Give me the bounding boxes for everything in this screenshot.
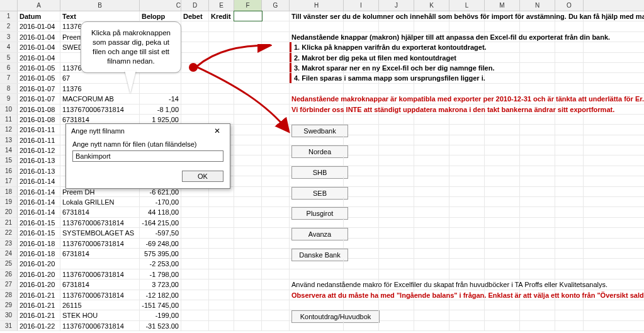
cell-I13[interactable] — [344, 135, 379, 145]
col-header-N[interactable]: N — [520, 0, 555, 11]
cell-E20[interactable] — [209, 207, 234, 217]
cell-N8[interactable] — [520, 84, 555, 93]
cell-I21[interactable] — [344, 218, 379, 227]
cell-I31[interactable] — [344, 321, 379, 330]
cell-F19[interactable] — [234, 197, 262, 206]
dialog-ok-button[interactable]: OK — [182, 171, 223, 182]
cell-F17[interactable] — [234, 176, 262, 186]
row-header-13[interactable]: 13 — [0, 135, 18, 145]
cell-D19[interactable] — [181, 197, 209, 206]
cell-A29[interactable]: 2016-01-21 — [18, 300, 60, 310]
cell-J24[interactable] — [379, 249, 414, 258]
cell-I8[interactable] — [344, 84, 379, 93]
cell-L13[interactable] — [449, 135, 485, 145]
row-header-6[interactable]: 6 — [0, 63, 18, 72]
cell-M18[interactable] — [485, 187, 520, 196]
cell-N24[interactable] — [520, 249, 555, 258]
cell-A19[interactable]: 2016-01-14 — [18, 197, 60, 206]
cell-A15[interactable]: 2016-01-13 — [18, 155, 60, 165]
cell-F29[interactable] — [234, 300, 262, 310]
cell-H20[interactable]: Plusgirot — [290, 207, 344, 217]
cell-M24[interactable] — [485, 249, 520, 258]
cell-B28[interactable]: 1137670006731814 — [60, 290, 140, 300]
cell-H14[interactable]: Nordea — [290, 145, 344, 155]
row-header-7[interactable]: 7 — [0, 73, 18, 82]
cell-A24[interactable]: 2016-01-18 — [18, 249, 60, 258]
cell-B1[interactable]: Text — [60, 11, 140, 21]
cell-D30[interactable] — [181, 310, 209, 320]
cell-N13[interactable] — [520, 135, 555, 145]
cell-M2[interactable] — [485, 21, 520, 31]
cell-K15[interactable] — [414, 155, 449, 165]
cell-L2[interactable] — [449, 21, 485, 31]
cell-K29[interactable] — [414, 300, 449, 310]
cell-B10[interactable]: 1137670006731814 — [60, 104, 140, 114]
cell-H25[interactable] — [290, 259, 344, 268]
cell-I2[interactable] — [344, 21, 379, 31]
cell-B27[interactable]: 6731814 — [60, 279, 140, 289]
cell-A31[interactable]: 2016-01-22 — [18, 321, 60, 330]
cell-D20[interactable] — [181, 207, 209, 217]
cell-F22[interactable] — [234, 228, 262, 237]
col-header-I[interactable]: I — [344, 0, 379, 11]
cell-I26[interactable] — [344, 269, 379, 279]
row-header-4[interactable]: 4 — [0, 42, 18, 52]
cell-N16[interactable] — [520, 166, 555, 176]
cell-J25[interactable] — [379, 259, 414, 268]
cell-J21[interactable] — [379, 218, 414, 227]
cell-L30[interactable] — [449, 310, 485, 320]
cell-O30[interactable] — [555, 310, 584, 320]
cell-A1[interactable]: Datum — [18, 11, 60, 21]
cell-E28[interactable] — [209, 290, 234, 300]
cell-H13[interactable] — [290, 135, 344, 145]
row-header-28[interactable]: 28 — [0, 290, 18, 300]
cell-C20[interactable]: 44 118,00 — [140, 207, 181, 217]
row-header-25[interactable]: 25 — [0, 259, 18, 268]
cell-D25[interactable] — [181, 259, 209, 268]
cell-L19[interactable] — [449, 197, 485, 206]
cell-N6[interactable] — [520, 63, 555, 72]
cell-O11[interactable] — [555, 115, 584, 124]
cell-E27[interactable] — [209, 279, 234, 289]
cell-M29[interactable] — [485, 300, 520, 310]
cell-M20[interactable] — [485, 207, 520, 217]
cell-G2[interactable] — [262, 21, 290, 31]
cell-B30[interactable]: STEK HOU — [60, 310, 140, 320]
cell-M31[interactable] — [485, 321, 520, 330]
dialog-close-button[interactable]: ✕ — [210, 127, 225, 135]
cell-K18[interactable] — [414, 187, 449, 196]
cell-N4[interactable] — [520, 42, 555, 52]
cell-H10[interactable]: Vi förbinder oss INTE att ständigt uppda… — [290, 104, 344, 114]
cell-H26[interactable] — [290, 269, 344, 279]
cell-H2[interactable] — [290, 21, 344, 31]
cell-O18[interactable] — [555, 187, 584, 196]
cell-J12[interactable] — [379, 125, 414, 134]
cell-I11[interactable] — [344, 115, 379, 124]
cell-B23[interactable]: 1137670006731814 — [60, 239, 140, 248]
cell-K14[interactable] — [414, 145, 449, 155]
cell-H5[interactable]: 2. Makrot ber dig peka ut filen med kont… — [290, 53, 344, 62]
cell-M13[interactable] — [485, 135, 520, 145]
cell-N23[interactable] — [520, 239, 555, 248]
cell-D21[interactable] — [181, 218, 209, 227]
cell-O21[interactable] — [555, 218, 584, 227]
cell-N5[interactable] — [520, 53, 555, 62]
cell-G20[interactable] — [262, 207, 290, 217]
cell-L15[interactable] — [449, 155, 485, 165]
cell-N7[interactable] — [520, 73, 555, 82]
cell-M25[interactable] — [485, 259, 520, 268]
cell-I24[interactable] — [344, 249, 379, 258]
cell-A8[interactable]: 2016-01-07 — [18, 84, 60, 93]
col-header-F[interactable]: F — [234, 0, 262, 11]
col-header-J[interactable]: J — [379, 0, 414, 11]
filename-input[interactable] — [72, 150, 223, 162]
cell-E23[interactable] — [209, 239, 234, 248]
row-header-8[interactable]: 8 — [0, 84, 18, 93]
cell-D3[interactable] — [181, 32, 209, 42]
cell-B24[interactable]: 6731814 — [60, 249, 140, 258]
cell-O25[interactable] — [555, 259, 584, 268]
cell-L18[interactable] — [449, 187, 485, 196]
cell-F26[interactable] — [234, 269, 262, 279]
cell-N19[interactable] — [520, 197, 555, 206]
cell-F18[interactable] — [234, 187, 262, 196]
